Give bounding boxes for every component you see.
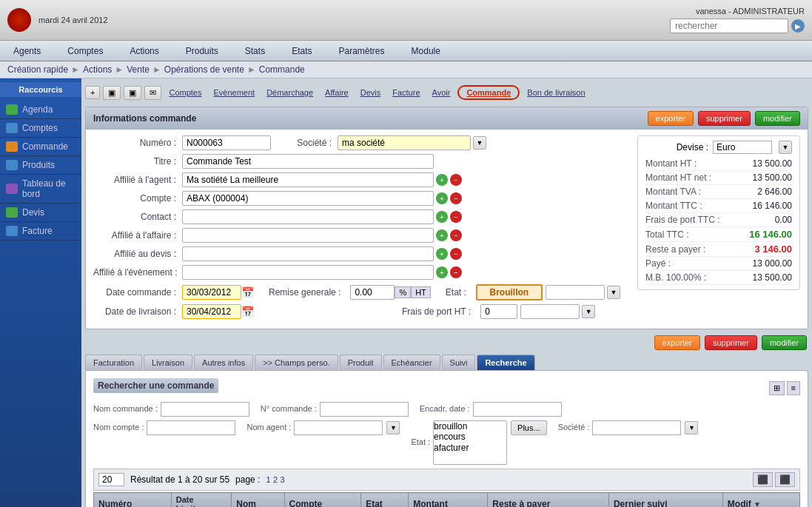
frais-port-input[interactable] — [480, 304, 517, 319]
col-modif[interactable]: Modif ▼ — [722, 493, 799, 508]
search-layout-btn1[interactable]: ⊞ — [769, 381, 785, 395]
affilie-devis-add-btn[interactable]: + — [436, 248, 448, 260]
tab-facturation[interactable]: Facturation — [85, 355, 142, 370]
paste-button[interactable]: ▣ — [124, 86, 141, 100]
quick-bon-livraison[interactable]: Bon de livraison — [523, 87, 589, 98]
affilie-devis-remove-btn[interactable]: − — [450, 248, 462, 260]
email-button[interactable]: ✉ — [144, 86, 161, 100]
etat-option-encours[interactable]: encours — [434, 432, 506, 442]
contact-remove-btn[interactable]: − — [450, 211, 462, 223]
quick-evenement[interactable]: Evènement — [209, 87, 259, 98]
sidebar-item-agenda[interactable]: Agenda — [0, 101, 81, 119]
download-table-icon[interactable]: ⬛ — [775, 472, 795, 487]
quick-comptes[interactable]: Comptes — [164, 87, 206, 98]
tab-produit[interactable]: Produit — [340, 355, 382, 370]
app-logo[interactable] — [7, 8, 31, 32]
nav-parametres[interactable]: Paramètres — [333, 43, 391, 59]
nav-comptes[interactable]: Comptes — [61, 43, 109, 59]
etat-search-select[interactable]: brouillon encours afacturer — [433, 420, 507, 465]
add-button[interactable]: + — [85, 86, 100, 99]
quick-demarchage[interactable]: Démarchage — [262, 87, 318, 98]
copy-button[interactable]: ▣ — [103, 86, 121, 100]
affilie-affaire-remove-btn[interactable]: − — [450, 229, 462, 241]
quick-avoir[interactable]: Avoir — [428, 87, 455, 98]
bc-commande[interactable]: Commande — [259, 64, 305, 75]
remise-input[interactable] — [350, 285, 395, 300]
nav-actions[interactable]: Actions — [124, 43, 164, 59]
date-commande-input[interactable] — [182, 285, 241, 300]
plus-button[interactable]: Plus... — [511, 420, 547, 435]
affilie-evenement-add-btn[interactable]: + — [436, 266, 448, 278]
contact-add-btn[interactable]: + — [436, 211, 448, 223]
devise-input[interactable] — [713, 141, 772, 154]
frais-drop[interactable]: ▼ — [582, 305, 595, 318]
nav-stats[interactable]: Stats — [239, 43, 271, 59]
export-button-bottom[interactable]: exporter — [654, 335, 700, 350]
col-etat[interactable]: Etat — [361, 493, 409, 508]
ht-button[interactable]: HT — [411, 286, 431, 298]
page-3[interactable]: 3 — [280, 475, 284, 484]
affilie-agent-add-btn[interactable]: + — [436, 174, 448, 186]
export-button-top[interactable]: exporter — [648, 111, 694, 126]
tab-autres-infos[interactable]: Autres infos — [194, 355, 253, 370]
etat-input[interactable] — [476, 284, 543, 300]
sidebar-item-facture[interactable]: Facture — [0, 222, 81, 241]
tab-livraison[interactable]: Livraison — [144, 355, 192, 370]
societe-input[interactable] — [338, 135, 471, 150]
col-nom[interactable]: Nom — [232, 493, 284, 508]
titre-input[interactable] — [182, 154, 434, 169]
sidebar-item-comptes[interactable]: Comptes — [0, 119, 81, 138]
etat-option-brouillon[interactable]: brouillon — [434, 421, 506, 432]
sidebar-item-tableau[interactable]: Tableau de bord — [0, 175, 81, 204]
etat-extra-input[interactable] — [546, 285, 605, 300]
bc-vente[interactable]: Vente — [127, 64, 150, 75]
date-livraison-input[interactable] — [182, 304, 241, 319]
quick-devis[interactable]: Devis — [356, 87, 386, 98]
affilie-devis-input[interactable] — [182, 246, 434, 261]
calendar-commande-icon[interactable]: 📅 — [241, 286, 254, 298]
compte-remove-btn[interactable]: − — [450, 192, 462, 204]
nom-agent-drop[interactable]: ▼ — [386, 421, 400, 434]
page-2[interactable]: 2 — [273, 475, 278, 484]
search-layout-btn2[interactable]: ≡ — [787, 381, 800, 395]
devise-drop-icon[interactable]: ▼ — [779, 141, 792, 154]
nom-commande-input[interactable] — [161, 402, 249, 417]
societe-drop[interactable]: ▼ — [473, 136, 486, 150]
affilie-evenement-input[interactable] — [182, 265, 434, 280]
col-date-limite[interactable]: DateLimite — [171, 493, 232, 508]
quick-facture[interactable]: Facture — [388, 87, 424, 98]
frais-port-extra[interactable] — [520, 304, 580, 319]
encadr-date-input[interactable] — [473, 402, 562, 417]
affilie-evenement-remove-btn[interactable]: − — [450, 266, 462, 278]
numero-input[interactable] — [182, 135, 271, 150]
societe-search-drop[interactable]: ▼ — [685, 421, 698, 434]
etat-drop[interactable]: ▼ — [607, 286, 620, 299]
search-button[interactable]: ▶ — [791, 19, 805, 33]
sidebar-item-commande[interactable]: Commande — [0, 138, 81, 156]
affilie-agent-remove-btn[interactable]: − — [450, 174, 462, 186]
nom-compte-input[interactable] — [147, 420, 235, 435]
nom-agent-input[interactable] — [294, 420, 383, 435]
sidebar-item-devis[interactable]: Devis — [0, 204, 81, 222]
bc-creation-rapide[interactable]: Création rapide — [7, 64, 68, 75]
bc-operations[interactable]: Opérations de vente — [164, 64, 244, 75]
affilie-affaire-add-btn[interactable]: + — [436, 229, 448, 241]
col-compte[interactable]: Compte — [284, 493, 361, 508]
page-1[interactable]: 1 — [266, 475, 270, 484]
col-reste-payer[interactable]: Reste à payer — [488, 493, 609, 508]
calendar-livraison-icon[interactable]: 📅 — [241, 306, 254, 318]
modify-button-bottom[interactable]: modifier — [762, 335, 807, 350]
nav-etats[interactable]: Etats — [286, 43, 318, 59]
tab-echeancier[interactable]: Echéancier — [383, 355, 440, 370]
tab-champs-perso[interactable]: >> Champs perso. — [255, 355, 338, 370]
search-input[interactable] — [670, 19, 788, 33]
compte-input[interactable] — [182, 191, 434, 206]
col-montant[interactable]: Montant — [409, 493, 488, 508]
col-dernier-suivi[interactable]: Dernier suivi — [608, 493, 722, 508]
quick-commande[interactable]: Commande — [457, 85, 520, 100]
modify-button-top[interactable]: modifier — [755, 111, 800, 126]
affilie-affaire-input[interactable] — [182, 228, 434, 243]
percent-button[interactable]: % — [395, 286, 411, 298]
no-commande-input[interactable] — [320, 402, 409, 417]
societe-search-input[interactable] — [592, 420, 681, 435]
